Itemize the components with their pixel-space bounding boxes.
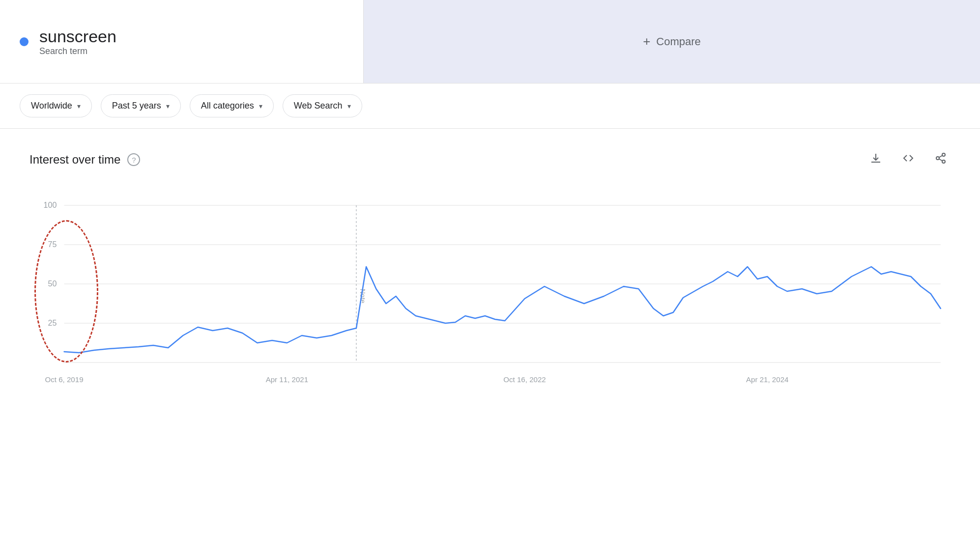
svg-text:75: 75: [48, 240, 57, 249]
svg-text:100: 100: [44, 200, 57, 209]
chart-actions: [866, 148, 951, 171]
compare-label: Compare: [656, 35, 700, 48]
svg-point-0: [942, 153, 945, 156]
compare-panel[interactable]: + Compare: [364, 0, 980, 83]
filter-category[interactable]: All categories ▾: [190, 94, 274, 117]
filter-search-type-label: Web Search: [294, 101, 343, 111]
filter-region[interactable]: Worldwide ▾: [20, 94, 92, 117]
chevron-down-icon: ▾: [77, 102, 81, 110]
trend-chart: 100 75 50 25 Note Oct 6, 2019 Apr 11, 20…: [29, 191, 951, 397]
svg-line-3: [939, 159, 943, 161]
search-term-type: Search term: [39, 46, 87, 56]
embed-icon[interactable]: [898, 148, 918, 171]
chart-header: Interest over time ?: [29, 148, 951, 171]
svg-text:Apr 21, 2024: Apr 21, 2024: [746, 375, 788, 384]
chart-container: 100 75 50 25 Note Oct 6, 2019 Apr 11, 20…: [29, 191, 951, 397]
chart-title-group: Interest over time ?: [29, 153, 140, 167]
search-term-info: sunscreen Search term: [39, 27, 116, 57]
filter-time-label: Past 5 years: [112, 101, 161, 111]
share-icon[interactable]: [931, 148, 951, 171]
search-term-panel: sunscreen Search term: [0, 0, 364, 83]
svg-point-2: [942, 160, 945, 163]
plus-icon: +: [643, 34, 650, 49]
svg-text:Oct 6, 2019: Oct 6, 2019: [45, 375, 83, 384]
filters-bar: Worldwide ▾ Past 5 years ▾ All categorie…: [0, 84, 980, 129]
svg-point-1: [936, 157, 939, 160]
download-icon[interactable]: [866, 148, 886, 171]
svg-text:50: 50: [48, 279, 57, 288]
term-indicator-dot: [20, 37, 29, 46]
chart-title: Interest over time: [29, 153, 120, 167]
chevron-down-icon: ▾: [259, 102, 262, 110]
svg-line-4: [939, 156, 943, 158]
svg-text:25: 25: [48, 318, 57, 327]
chart-section: Interest over time ?: [0, 129, 980, 426]
filter-region-label: Worldwide: [31, 101, 72, 111]
compare-button[interactable]: + Compare: [643, 34, 701, 49]
chevron-down-icon: ▾: [347, 102, 351, 110]
chevron-down-icon: ▾: [166, 102, 170, 110]
filter-category-label: All categories: [201, 101, 254, 111]
filter-time[interactable]: Past 5 years ▾: [101, 94, 181, 117]
search-term-name: sunscreen: [39, 27, 116, 47]
filter-search-type[interactable]: Web Search ▾: [283, 94, 362, 117]
top-section: sunscreen Search term + Compare: [0, 0, 980, 84]
help-icon[interactable]: ?: [127, 153, 140, 166]
svg-text:Oct 16, 2022: Oct 16, 2022: [503, 375, 546, 384]
svg-text:Apr 11, 2021: Apr 11, 2021: [266, 375, 308, 384]
